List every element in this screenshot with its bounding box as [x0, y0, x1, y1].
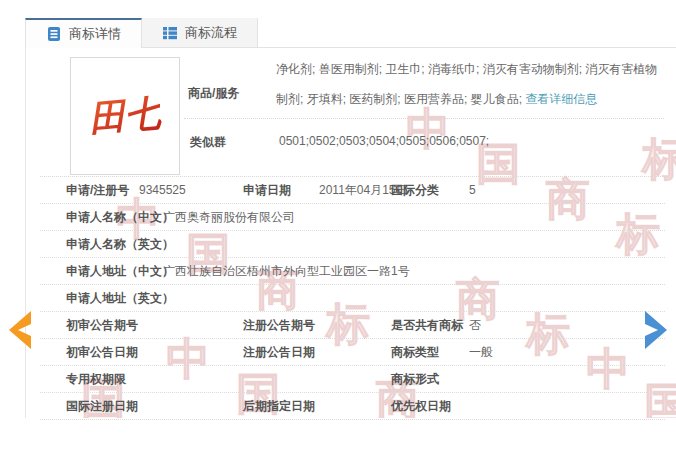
- trademark-image: 田七: [70, 57, 180, 175]
- field-label: 申请人名称（英文）: [66, 231, 163, 257]
- field-label: 申请人名称（中文）: [66, 204, 163, 230]
- field-label: 商标类型: [391, 339, 469, 365]
- field-row: 申请人名称（英文）: [40, 231, 665, 258]
- similar-group-label: 类似群: [190, 134, 226, 151]
- field-value: 5: [469, 177, 665, 203]
- view-details-link[interactable]: 查看详细信息: [525, 92, 597, 106]
- tab-trademark-detail[interactable]: 商标详情: [25, 18, 142, 48]
- field-label: 是否共有商标: [391, 312, 469, 338]
- field-label: 后期指定日期: [243, 393, 319, 419]
- field-row: 申请/注册号9345525申请日期2011年04月15日国际分类5: [40, 177, 665, 204]
- field-value: [319, 312, 391, 338]
- field-label: 专用权期限: [66, 366, 139, 392]
- trademark-mark-text: 田七: [87, 88, 163, 143]
- field-value: [139, 393, 243, 419]
- prev-button[interactable]: [6, 310, 34, 350]
- field-label: 初审公告期号: [66, 312, 139, 338]
- field-row: 申请人地址（英文）: [40, 285, 665, 312]
- field-label: 国际分类: [391, 177, 469, 203]
- field-value: 一般: [469, 339, 665, 365]
- field-value: [469, 393, 665, 419]
- trademark-detail-page: { "tabs": [ { "label": "商标详情", "icon": "…: [0, 0, 676, 453]
- field-rows: 申请/注册号9345525申请日期2011年04月15日国际分类5申请人名称（中…: [40, 177, 665, 420]
- right-arrow-icon: [643, 311, 669, 349]
- watermark-glyph: 标: [642, 137, 676, 181]
- field-label: 申请日期: [243, 177, 319, 203]
- field-value: 广西壮族自治区梧州市外向型工业园区一路1号: [163, 258, 665, 284]
- field-label: 申请人地址（英文）: [66, 285, 163, 311]
- field-row: 申请人地址（中文）广西壮族自治区梧州市外向型工业园区一路1号: [40, 258, 665, 285]
- tab-bar: 商标详情 商标流程: [25, 18, 676, 48]
- left-arrow-icon: [7, 311, 33, 349]
- goods-services-label: 商品/服务: [188, 85, 239, 102]
- field-label: [243, 366, 319, 392]
- field-value: [163, 285, 665, 311]
- tab-trademark-process[interactable]: 商标流程: [142, 18, 258, 47]
- field-value: [139, 312, 243, 338]
- field-value: [469, 366, 665, 392]
- goods-services-text: 净化剂; 兽医用制剂; 卫生巾; 消毒纸巾; 消灭有害动物制剂; 消灭有害植物制…: [276, 62, 657, 106]
- field-row: 专用权期限商标形式: [40, 366, 665, 393]
- field-label: 申请人地址（中文）: [66, 258, 163, 284]
- divider: [184, 118, 664, 119]
- field-row: 初审公告日期注册公告日期商标类型一般: [40, 339, 665, 366]
- goods-services-value: 净化剂; 兽医用制剂; 卫生巾; 消毒纸巾; 消灭有害动物制剂; 消灭有害植物制…: [276, 54, 662, 114]
- field-value: [319, 366, 391, 392]
- field-row: 申请人名称（中文）广西奥奇丽股份有限公司: [40, 204, 665, 231]
- field-label: 申请/注册号: [66, 177, 139, 203]
- field-value: [139, 339, 243, 365]
- field-label: 国际注册日期: [66, 393, 139, 419]
- similar-group-value: 0501;0502;0503;0504;0505;0506;0507;: [279, 134, 489, 148]
- field-row: 初审公告期号注册公告期号是否共有商标否: [40, 312, 665, 339]
- tab-label: 商标详情: [69, 25, 121, 43]
- field-label: 注册公告日期: [243, 339, 319, 365]
- tab-label: 商标流程: [185, 24, 237, 42]
- field-row: 国际注册日期后期指定日期优先权日期: [40, 393, 665, 420]
- field-value: [139, 366, 243, 392]
- trademark-detail-panel: 中国商标中国商标中国商标中国商标国 田七 商品/服务 净化剂; 兽医用制剂; 卫…: [25, 47, 676, 418]
- field-label: 注册公告期号: [243, 312, 319, 338]
- field-label: 优先权日期: [391, 393, 469, 419]
- field-label: 初审公告日期: [66, 339, 139, 365]
- field-value: 2011年04月15日: [319, 177, 391, 203]
- list-icon: [162, 25, 178, 41]
- document-icon: [46, 26, 62, 42]
- field-value: [319, 339, 391, 365]
- field-value: [163, 231, 665, 257]
- field-label: 商标形式: [391, 366, 469, 392]
- next-button[interactable]: [642, 310, 670, 350]
- field-value: 9345525: [139, 177, 243, 203]
- field-value: 否: [469, 312, 665, 338]
- field-value: 广西奥奇丽股份有限公司: [163, 204, 665, 230]
- field-value: [319, 393, 391, 419]
